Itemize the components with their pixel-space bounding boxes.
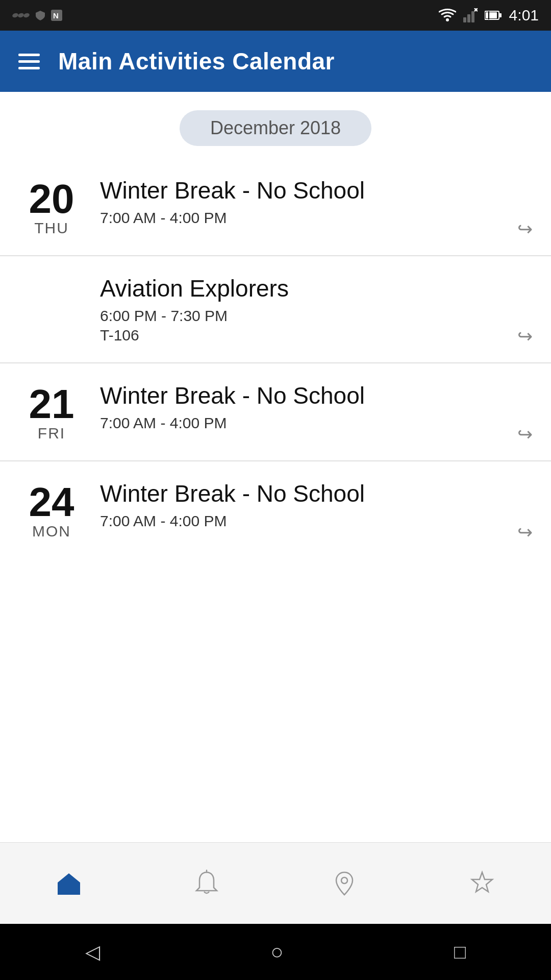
event-location: T-106 [100,327,533,344]
share-button[interactable]: ↪ [517,424,533,445]
svg-rect-13 [486,12,497,18]
recents-button[interactable]: □ [454,941,466,963]
event-title: Aviation Explorers [100,275,533,302]
svg-text:N: N [53,11,59,20]
system-bar: ◁ ○ □ [0,924,551,980]
home-icon [55,869,83,898]
event-title: Winter Break - No School [100,382,533,409]
signal-icon [463,8,478,22]
event-time: 7:00 AM - 4:00 PM [100,209,533,227]
event-item[interactable]: 20 THU Aviation Explorers 6:00 PM - 7:30… [0,256,551,363]
share-button[interactable]: ↪ [517,522,533,543]
event-day-name: FRI [38,425,65,442]
event-day-number: 24 [29,482,74,523]
app-bar: Main Activities Calendar [0,31,551,92]
svg-point-0 [12,12,19,18]
nav-directory[interactable] [330,869,359,898]
home-button[interactable]: ○ [270,940,283,964]
svg-point-1 [17,12,24,18]
star-icon [468,869,496,898]
event-date: 21 FRI [18,382,85,442]
month-pill[interactable]: December 2018 [180,110,371,146]
shield-icon [35,10,46,21]
event-date: 20 THU [18,177,85,237]
svg-rect-7 [467,14,470,22]
event-details: Aviation Explorers 6:00 PM - 7:30 PM T-1… [85,275,533,344]
event-details: Winter Break - No School 7:00 AM - 4:00 … [85,177,533,227]
svg-point-5 [446,18,449,21]
nav-favorites[interactable] [468,869,496,898]
n-icon: N [51,10,62,21]
share-button[interactable]: ↪ [517,218,533,240]
bottom-nav [0,842,551,924]
event-day-name: THU [34,219,69,237]
month-container: December 2018 [0,92,551,158]
event-title: Winter Break - No School [100,480,533,507]
event-day-name: MON [32,523,71,540]
location-icon [330,869,359,898]
events-list: 20 THU Winter Break - No School 7:00 AM … [0,158,551,842]
svg-rect-15 [65,887,73,895]
event-details: Winter Break - No School 7:00 AM - 4:00 … [85,480,533,530]
event-day-number: 21 [29,384,74,425]
back-button[interactable]: ◁ [85,941,100,963]
event-title: Winter Break - No School [100,177,533,204]
status-time: 4:01 [509,7,539,24]
event-time: 7:00 AM - 4:00 PM [100,512,533,530]
menu-button[interactable] [18,54,40,69]
status-bar-left: N [12,10,62,21]
event-time: 6:00 PM - 7:30 PM [100,307,533,325]
svg-rect-12 [499,13,502,17]
wifi-icon [439,8,456,22]
status-bar-right: 4:01 [439,7,539,24]
event-item[interactable]: 24 MON Winter Break - No School 7:00 AM … [0,461,551,558]
event-item[interactable]: 21 FRI Winter Break - No School 7:00 AM … [0,363,551,461]
event-date: 24 MON [18,480,85,540]
event-time: 7:00 AM - 4:00 PM [100,414,533,432]
notification-icons [12,10,30,21]
status-bar: N 4:01 [0,0,551,31]
svg-rect-6 [463,17,466,22]
svg-point-2 [23,12,30,18]
event-details: Winter Break - No School 7:00 AM - 4:00 … [85,382,533,432]
bell-icon [192,869,221,898]
svg-point-17 [341,877,347,884]
app-bar-title: Main Activities Calendar [58,47,335,75]
event-day-number: 20 [29,179,74,219]
svg-rect-8 [471,11,474,22]
nav-home[interactable] [55,869,83,898]
share-button[interactable]: ↪ [517,326,533,347]
event-item[interactable]: 20 THU Winter Break - No School 7:00 AM … [0,158,551,256]
battery-icon [485,10,502,21]
nav-notifications[interactable] [192,869,221,898]
